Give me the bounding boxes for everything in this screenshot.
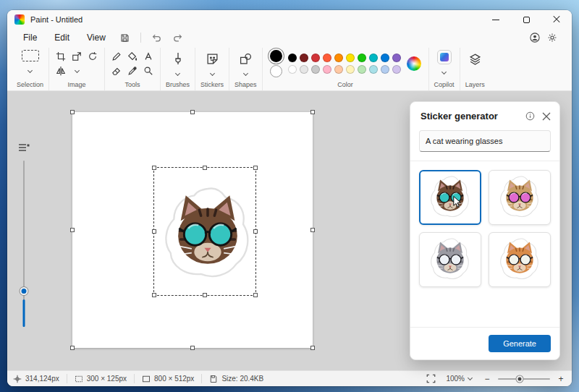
zoom-level-dropdown[interactable]: 100% (441, 373, 476, 384)
resize-handle[interactable] (310, 228, 315, 232)
color-swatch[interactable] (334, 65, 343, 74)
color-swatch[interactable] (358, 54, 366, 62)
chevron-down-icon (243, 71, 248, 76)
color-swatch[interactable] (346, 65, 355, 74)
redo-button[interactable] (169, 30, 187, 45)
settings-gear-icon[interactable] (547, 33, 557, 43)
vertical-zoom-slider[interactable] (19, 161, 29, 327)
color-swatch[interactable] (369, 54, 378, 62)
sticker-result-4[interactable] (489, 232, 551, 287)
zoom-slider[interactable] (498, 375, 550, 383)
zoom-in-button[interactable]: + (556, 374, 566, 384)
color-swatch[interactable] (369, 65, 378, 74)
ribbon-group-stickers[interactable]: Stickers (195, 48, 229, 90)
color-swatch[interactable] (381, 65, 389, 74)
zoom-out-button[interactable]: − (482, 374, 492, 384)
zoom-fit-icon[interactable] (426, 374, 436, 383)
selection-handle[interactable] (203, 293, 207, 297)
ribbon-group-brushes[interactable]: Brushes (160, 48, 195, 90)
sticker-result-1[interactable] (419, 170, 481, 225)
selection-handle[interactable] (152, 293, 156, 297)
info-button[interactable] (525, 111, 535, 121)
secondary-color-indicator[interactable] (270, 65, 282, 77)
prompt-input[interactable] (419, 130, 551, 152)
magnifier-button[interactable] (142, 64, 155, 77)
zoom-slider-thumb[interactable] (517, 375, 523, 382)
sticker-result-3[interactable] (419, 232, 481, 287)
color-swatch[interactable] (288, 54, 297, 62)
panel-title: Sticker generator (420, 111, 518, 122)
close-button[interactable] (541, 10, 572, 29)
ribbon-group-image: Image (48, 48, 104, 90)
menu-view[interactable]: View (80, 31, 113, 44)
resize-handle[interactable] (190, 110, 195, 114)
rotate-button[interactable] (86, 50, 99, 63)
generate-button[interactable]: Generate (489, 335, 551, 352)
selection-handle[interactable] (203, 166, 207, 170)
color-swatch[interactable] (358, 65, 366, 74)
thumbnail-panel-icon[interactable] (18, 143, 30, 153)
ribbon-group-copilot[interactable]: Copilot (428, 48, 460, 90)
color-swatch[interactable] (392, 54, 401, 62)
selection-handle[interactable] (152, 229, 156, 234)
resize-button[interactable] (70, 50, 83, 63)
canvas-cat-sticker[interactable] (157, 171, 258, 298)
selection-handle[interactable] (253, 166, 258, 170)
image-more-button[interactable] (70, 64, 83, 77)
menu-divider (140, 33, 141, 43)
slider-thumb[interactable] (20, 287, 28, 295)
crop-icon (56, 51, 66, 61)
slider-fill (23, 299, 25, 327)
panel-close-button[interactable] (542, 112, 551, 121)
menu-bar: File Edit View (7, 29, 572, 46)
color-swatch[interactable] (381, 54, 389, 62)
color-swatch[interactable] (288, 65, 297, 74)
drawing-canvas[interactable] (72, 112, 313, 348)
color-swatch[interactable] (323, 54, 331, 62)
sticker-selection[interactable] (153, 167, 256, 296)
color-picker-wheel[interactable] (407, 56, 421, 71)
minimize-button[interactable] (481, 10, 511, 29)
title-bar[interactable]: Paint - Untitled (7, 10, 572, 29)
eyedropper-button[interactable] (126, 64, 139, 77)
color-swatch[interactable] (346, 54, 355, 62)
mouse-cursor-icon (452, 195, 462, 208)
account-icon[interactable] (530, 33, 540, 43)
workspace: Sticker generator (7, 91, 572, 370)
resize-handle[interactable] (310, 110, 315, 114)
selection-handle[interactable] (253, 293, 258, 297)
resize-handle[interactable] (190, 346, 195, 350)
text-tool-button[interactable] (142, 50, 155, 63)
menu-edit[interactable]: Edit (47, 31, 77, 44)
pencil-button[interactable] (110, 50, 123, 63)
flip-button[interactable] (54, 64, 67, 77)
resize-handle[interactable] (70, 110, 75, 114)
color-swatch[interactable] (300, 65, 308, 74)
status-bar: 314,124px 300 × 125px 800 × 512px Size: … (7, 370, 572, 386)
fill-bucket-button[interactable] (126, 50, 139, 63)
ribbon-group-selection[interactable]: Selection (12, 48, 48, 90)
selection-handle[interactable] (253, 229, 258, 234)
save-button[interactable] (116, 30, 135, 45)
eyedropper-icon (127, 66, 138, 76)
undo-button[interactable] (147, 30, 166, 45)
maximize-button[interactable] (511, 10, 541, 29)
color-swatch[interactable] (334, 54, 343, 62)
menu-file[interactable]: File (16, 31, 44, 44)
resize-handle[interactable] (310, 346, 315, 350)
color-swatch[interactable] (392, 65, 401, 74)
resize-handle[interactable] (70, 346, 75, 350)
primary-color-indicator[interactable] (270, 50, 282, 62)
eraser-button[interactable] (110, 64, 123, 77)
sticker-result-2[interactable] (489, 170, 551, 225)
file-size-icon (209, 375, 218, 383)
resize-handle[interactable] (70, 228, 75, 232)
color-swatch[interactable] (323, 65, 331, 74)
color-swatch[interactable] (311, 54, 320, 62)
crop-button[interactable] (54, 50, 67, 63)
color-swatch[interactable] (311, 65, 320, 74)
ribbon-group-shapes[interactable]: Shapes (229, 48, 262, 90)
color-swatch[interactable] (300, 54, 308, 62)
ribbon-group-layers[interactable]: Layers (460, 48, 490, 90)
selection-handle[interactable] (152, 166, 156, 170)
